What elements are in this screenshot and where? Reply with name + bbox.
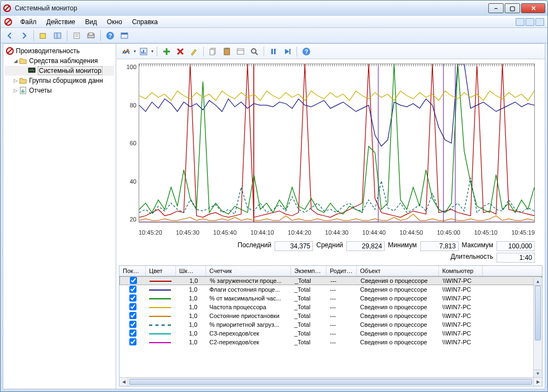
vertical-scrollbar[interactable]: ▲ ▼ xyxy=(533,278,542,377)
scroll-down-icon[interactable]: ▼ xyxy=(534,370,542,377)
counter-row[interactable]: 1,0% приоритетной загруз..._Total---Свед… xyxy=(119,320,542,329)
expander-icon[interactable]: ▷ xyxy=(12,88,19,93)
action-3-icon[interactable] xyxy=(71,30,83,42)
chart-plot-area[interactable] xyxy=(139,64,535,223)
nav-forward-button[interactable] xyxy=(18,30,30,42)
cell-counter: Флаги состояния проце... xyxy=(206,286,291,293)
col-counter[interactable]: Счетчик xyxy=(206,266,291,276)
col-computer[interactable]: Компьютер xyxy=(439,266,483,276)
scroll-thumb[interactable] xyxy=(535,286,541,340)
counter-row[interactable]: 1,0Флаги состояния проце..._Total---Свед… xyxy=(119,285,542,294)
cell-parent: --- xyxy=(327,286,357,293)
main-toolbar: ? xyxy=(1,28,547,43)
nav-back-button[interactable] xyxy=(4,30,16,42)
expander-icon[interactable]: ▷ xyxy=(12,78,19,83)
action-1-icon[interactable] xyxy=(37,30,49,42)
chart-series xyxy=(139,91,534,100)
tree-item[interactable]: Системный монитор xyxy=(4,66,114,76)
col-object[interactable]: Объект xyxy=(357,266,439,276)
svg-rect-39 xyxy=(271,49,273,54)
mdi-close-icon[interactable] xyxy=(535,18,544,26)
scroll-up-icon[interactable]: ▲ xyxy=(534,278,542,286)
col-scale[interactable]: Шкала xyxy=(176,266,206,276)
counter-row[interactable]: 1,0C2-переходов/сек_Total---Сведения о п… xyxy=(119,338,542,346)
svg-text:?: ? xyxy=(109,32,112,39)
menu-action[interactable]: Действие xyxy=(42,17,80,27)
show-checkbox[interactable] xyxy=(130,277,137,284)
tree-root[interactable]: Производительность xyxy=(4,46,114,56)
x-tick: 10:44:50 xyxy=(399,229,423,236)
properties-button[interactable] xyxy=(235,46,247,58)
color-swatch xyxy=(149,325,171,326)
mdi-restore-icon[interactable] xyxy=(526,18,534,26)
horizontal-scrollbar[interactable]: ◀ ▶ xyxy=(119,377,542,386)
cell-object: Сведения о процессоре xyxy=(357,330,439,337)
tree-item[interactable]: ▷Отчеты xyxy=(4,86,114,95)
show-checkbox[interactable] xyxy=(129,321,136,328)
freeze-button[interactable] xyxy=(267,46,279,58)
show-checkbox[interactable] xyxy=(129,303,136,310)
col-color[interactable]: Цвет xyxy=(146,266,176,276)
nav-tree[interactable]: Производительность ◢Средства наблюденияС… xyxy=(3,44,117,389)
svg-rect-21 xyxy=(22,89,24,93)
cell-parent: --- xyxy=(327,339,357,345)
minimize-button[interactable]: – xyxy=(488,3,504,13)
action-4-icon[interactable] xyxy=(85,30,97,42)
chart-series xyxy=(139,64,534,214)
chart-help-button[interactable]: ? xyxy=(300,46,312,58)
view-type-button[interactable] xyxy=(138,46,150,58)
add-counter-button[interactable] xyxy=(161,46,173,58)
zoom-button[interactable] xyxy=(248,46,260,58)
show-checkbox[interactable] xyxy=(129,338,136,345)
col-show[interactable]: Показа... xyxy=(119,266,146,276)
counter-table[interactable]: Показа... Цвет Шкала Счетчик Экземпляр Р… xyxy=(119,265,543,387)
window: Системный монитор – ▢ ✕ Файл Действие Ви… xyxy=(0,0,548,392)
svg-rect-15 xyxy=(121,33,128,35)
show-checkbox[interactable] xyxy=(129,329,136,337)
maximize-button[interactable]: ▢ xyxy=(505,3,520,13)
help-button[interactable]: ? xyxy=(104,30,116,42)
hscroll-thumb[interactable] xyxy=(129,379,532,385)
copy-button[interactable] xyxy=(207,46,219,58)
menu-view[interactable]: Вид xyxy=(81,17,101,27)
tree-item[interactable]: ◢Средства наблюдения xyxy=(4,56,114,66)
counter-row[interactable]: 1,0% от максимальной час..._Total---Свед… xyxy=(119,294,542,303)
col-parent[interactable]: Родитель xyxy=(327,266,357,276)
update-button[interactable] xyxy=(281,46,293,58)
color-swatch xyxy=(149,333,171,334)
view-graph-button[interactable] xyxy=(120,46,132,58)
show-checkbox[interactable] xyxy=(129,294,136,302)
monitor-icon xyxy=(27,66,36,75)
counter-row[interactable]: 1,0Состояние приостановки_Total---Сведен… xyxy=(119,311,542,320)
x-tick: 10:44:10 xyxy=(250,229,274,236)
delete-counter-button[interactable] xyxy=(174,46,186,58)
tree-item-label: Отчеты xyxy=(29,87,52,94)
tree-item[interactable]: ▷Группы сборщиков данн xyxy=(4,76,114,86)
counter-row[interactable]: 1,0% загруженности проце..._Total---Свед… xyxy=(119,276,542,285)
paste-button[interactable] xyxy=(221,46,233,58)
x-tick: 10:45:30 xyxy=(176,229,199,236)
col-instance[interactable]: Экземпляр xyxy=(291,266,327,276)
performance-chart[interactable]: 10080604020 xyxy=(122,64,535,228)
tree-item-label: Системный монитор xyxy=(38,66,102,75)
counter-row[interactable]: 1,0Частота процессора_Total---Сведения о… xyxy=(119,303,542,311)
cell-instance: _Total xyxy=(291,330,327,337)
cell-computer: \\WIN7-PC xyxy=(439,321,483,328)
chart-series xyxy=(139,214,534,221)
menu-help[interactable]: Справка xyxy=(128,17,162,27)
close-button[interactable]: ✕ xyxy=(521,3,545,13)
menu-file[interactable]: Файл xyxy=(16,17,41,27)
counter-row[interactable]: 1,0C3-переходов/сек_Total---Сведения о п… xyxy=(119,329,542,338)
scroll-left-icon[interactable]: ◀ xyxy=(119,378,128,386)
action-5-icon[interactable] xyxy=(118,30,130,42)
report-icon xyxy=(19,86,27,95)
expander-icon[interactable]: ◢ xyxy=(12,58,19,64)
show-checkbox[interactable] xyxy=(129,312,136,319)
highlight-button[interactable] xyxy=(188,46,200,58)
mdi-minimize-icon[interactable] xyxy=(516,18,524,26)
show-checkbox[interactable] xyxy=(129,286,136,293)
scroll-right-icon[interactable]: ▶ xyxy=(533,378,542,386)
y-tick: 100 xyxy=(127,64,136,70)
action-2-icon[interactable] xyxy=(52,30,64,42)
menu-window[interactable]: Окно xyxy=(102,17,127,27)
